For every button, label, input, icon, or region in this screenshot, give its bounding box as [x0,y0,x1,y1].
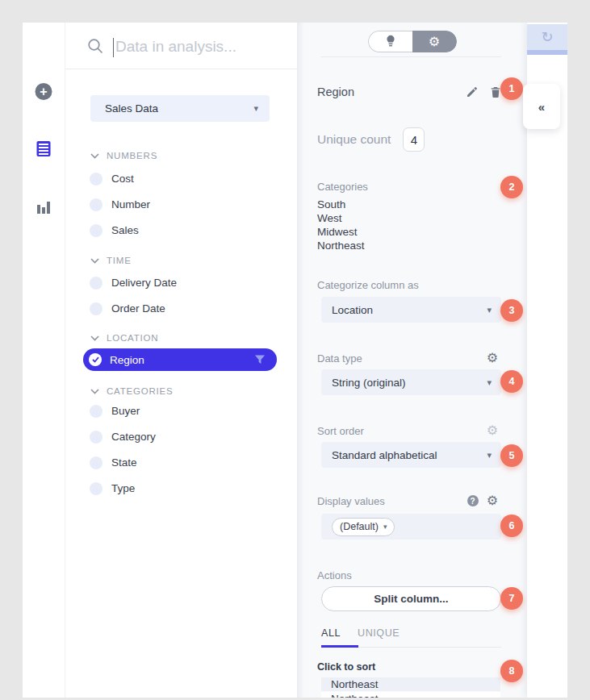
icon-rail: + [23,23,65,698]
chevron-down-icon [90,335,99,341]
column-checkbox[interactable] [90,302,103,315]
sort-order-label: Sort order [317,425,487,437]
annotation-badge-4: 4 [500,370,523,393]
gear-icon: ⚙ [429,35,440,48]
data-list-glyph [36,140,52,157]
data-type-value: String (original) [332,377,487,389]
edit-pencil-icon[interactable] [466,86,478,98]
column-label: Buyer [111,405,140,417]
filter-funnel-icon[interactable] [254,355,266,365]
column-label: Number [111,198,150,210]
chevron-down-icon [90,153,99,159]
column-item-delivery-date[interactable]: Delivery Date [90,276,177,290]
group-header-time[interactable]: TIME [90,255,132,266]
display-values-label: Display values [317,495,467,507]
dataset-selector[interactable]: Sales Data ▾ [90,95,270,122]
column-label: Order Date [111,302,165,315]
sort-order-select[interactable]: Standard alphabetical ▾ [321,442,501,468]
column-checkbox[interactable] [90,277,103,290]
column-item-state[interactable]: State [90,456,137,469]
insights-toggle[interactable] [368,31,412,52]
tab-unique[interactable]: UNIQUE [358,627,400,639]
unique-count-label: Unique count [317,132,391,147]
column-label: Sales [111,224,139,236]
categorize-label: Categorize column as [317,279,419,291]
group-header-numbers[interactable]: NUMBERS [90,150,157,161]
divider [321,56,501,57]
collapse-icon: « [538,100,545,114]
data-list-icon[interactable] [36,140,52,157]
column-checkbox[interactable] [90,405,103,418]
annotation-badge-2: 2 [500,176,523,198]
display-values-chip[interactable]: (Default) ▾ [332,518,395,536]
column-settings-panel: ⚙ Region Unique count 4 Categories South… [297,23,527,698]
sort-order-gear-icon[interactable]: ⚙ [487,424,498,437]
column-checkbox[interactable] [90,482,103,495]
value-row[interactable]: Northeast [321,692,500,698]
data-type-select[interactable]: String (original) ▾ [321,369,501,395]
column-checkbox[interactable] [90,431,103,444]
category-value: South [317,198,365,211]
dataset-name: Sales Data [105,102,253,115]
caret-down-icon: ▾ [487,378,492,387]
column-checkbox[interactable] [90,456,103,469]
lightbulb-icon [386,35,395,48]
toolbar-accent-strip [527,50,567,55]
search-input[interactable] [115,34,273,60]
caret-down-icon: ▾ [383,523,387,531]
column-item-sales[interactable]: Sales [90,223,139,237]
categorize-select[interactable]: Location ▾ [321,297,501,323]
column-label: Region [110,354,254,366]
settings-toggle[interactable]: ⚙ [412,31,457,52]
annotation-badge-7: 7 [500,587,523,610]
categories-label: Categories [317,181,368,193]
actions-label: Actions [317,569,352,581]
data-type-gear-icon[interactable]: ⚙ [487,352,498,365]
divider [65,69,297,69]
app-window: + [23,23,567,698]
display-values-value: (Default) [340,521,379,532]
column-item-number[interactable]: Number [90,198,150,211]
column-label: Type [111,482,135,494]
column-checkbox[interactable] [90,224,103,237]
chart-icon[interactable] [36,200,51,215]
column-item-buyer[interactable]: Buyer [90,404,140,418]
collapse-panel-button[interactable]: « [523,84,560,129]
click-to-sort-header[interactable]: Click to sort [317,661,375,673]
help-icon[interactable]: ? [467,495,479,506]
group-header-categories[interactable]: CATEGORIES [90,385,174,397]
column-item-type[interactable]: Type [90,481,135,495]
group-header-location[interactable]: LOCATION [90,332,158,344]
value-row[interactable]: Northeast [321,677,500,691]
column-item-region-selected[interactable]: Region [83,348,277,371]
values-tabs: ALL UNIQUE [321,627,400,639]
column-checkbox[interactable] [90,198,103,211]
tab-all[interactable]: ALL [321,627,341,639]
chevron-down-icon [90,258,99,264]
chevron-down-icon [90,389,99,394]
column-item-cost[interactable]: Cost [90,172,134,185]
display-values-gear-icon[interactable]: ⚙ [487,494,498,507]
column-checkbox[interactable] [90,173,103,185]
split-column-button[interactable]: Split column... [321,586,501,611]
annotation-badge-6: 6 [500,515,523,537]
add-icon[interactable]: + [36,83,52,100]
column-title: Region [317,85,454,98]
unique-count-value: 4 [403,127,425,152]
annotation-badge-8: 8 [500,660,523,682]
data-type-label: Data type [317,352,487,365]
caret-down-icon: ▾ [487,306,492,315]
column-item-order-date[interactable]: Order Date [90,302,165,315]
refresh-icon[interactable]: ↻ [541,28,553,46]
column-label: State [111,456,137,469]
group-label: TIME [107,256,132,265]
category-value: Midwest [317,225,365,239]
column-label: Cost [111,173,134,185]
group-label: LOCATION [107,333,158,343]
column-label: Delivery Date [111,277,177,289]
text-caret [113,38,114,57]
category-value: Northeast [317,239,365,252]
delete-trash-icon[interactable] [490,86,501,98]
column-item-category[interactable]: Category [90,430,156,444]
categories-list: South West Midwest Northeast [317,198,365,252]
